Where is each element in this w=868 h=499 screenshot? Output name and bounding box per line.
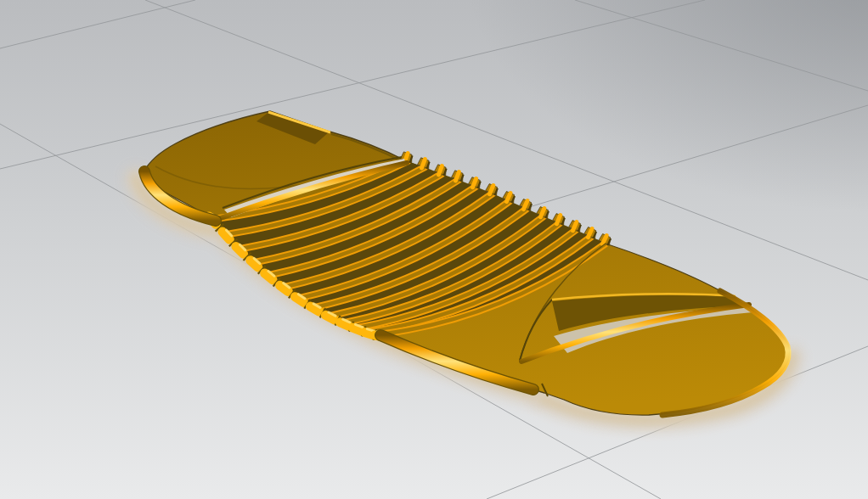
grid-line	[0, 0, 195, 48]
3d-scene	[0, 0, 868, 499]
grid-line	[575, 0, 868, 91]
cad-viewport[interactable]	[0, 0, 868, 499]
edge-knuckle	[340, 322, 349, 327]
